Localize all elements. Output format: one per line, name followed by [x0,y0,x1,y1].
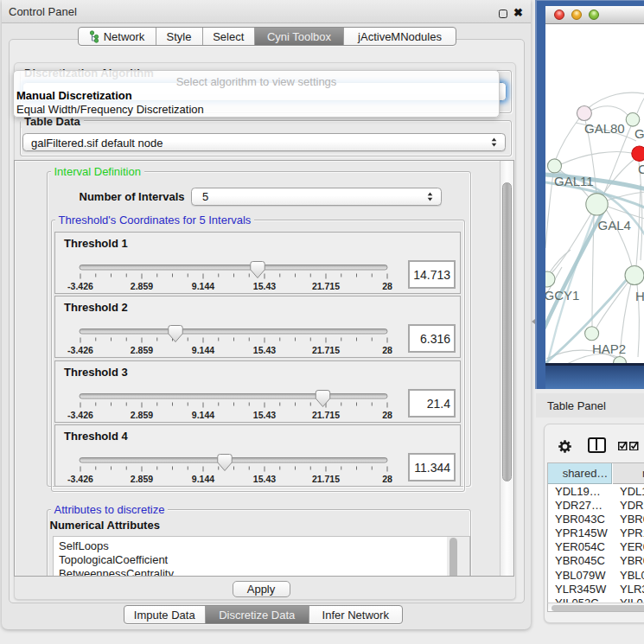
svg-text:21.715: 21.715 [312,281,340,291]
svg-text:28: 28 [382,281,392,291]
svg-text:15.43: 15.43 [253,281,276,291]
svg-text:-3.426: -3.426 [67,410,93,420]
svg-text:15.43: 15.43 [253,410,276,420]
svg-text:21.715: 21.715 [312,474,340,484]
svg-text:GAL80: GAL80 [584,121,625,136]
svg-text:2.859: 2.859 [131,474,153,484]
svg-text:G.: G. [634,126,644,141]
svg-text:H: H [635,288,644,303]
svg-text:9.144: 9.144 [192,410,214,420]
svg-text:GCY1: GCY1 [545,287,579,302]
svg-text:GAL11: GAL11 [554,173,594,188]
svg-text:28: 28 [382,410,392,420]
svg-text:HAP2: HAP2 [592,341,626,355]
svg-text:15.43: 15.43 [253,345,276,355]
svg-text:9.144: 9.144 [192,345,214,355]
svg-text:C: C [638,162,644,176]
svg-text:GAL4: GAL4 [598,217,631,232]
svg-text:9.144: 9.144 [192,474,214,484]
svg-text:2.859: 2.859 [131,281,153,291]
svg-text:-3.426: -3.426 [67,281,93,291]
svg-text:28: 28 [382,474,392,484]
svg-text:21.715: 21.715 [312,345,340,355]
svg-text:2.859: 2.859 [131,410,153,420]
svg-text:2.859: 2.859 [131,345,153,355]
svg-text:9.144: 9.144 [192,281,214,291]
svg-text:15.43: 15.43 [253,474,276,484]
svg-text:-3.426: -3.426 [67,345,93,355]
svg-text:28: 28 [382,345,392,355]
svg-text:21.715: 21.715 [312,410,340,420]
svg-text:-3.426: -3.426 [67,474,93,484]
